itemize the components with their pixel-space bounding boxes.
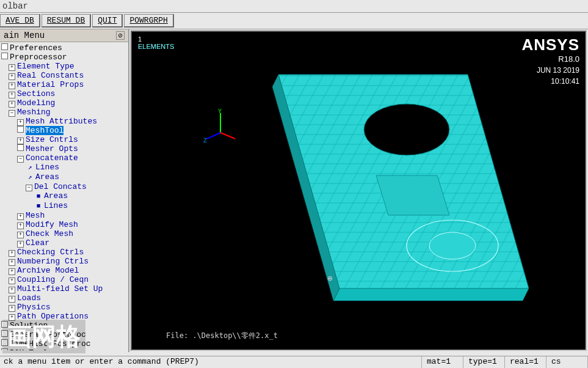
toolbar-button[interactable]: RESUM_DB: [42, 14, 91, 28]
item-icon: ↗: [26, 173, 34, 182]
svg-text:Z: Z: [203, 138, 207, 144]
tree-item[interactable]: +Size Cntrls: [0, 135, 128, 144]
expand-icon[interactable]: −: [26, 185, 32, 191]
svg-marker-5: [376, 175, 449, 215]
status-type: type=1: [463, 356, 505, 368]
expand-icon[interactable]: [1, 43, 8, 50]
expand-icon[interactable]: +: [17, 241, 24, 248]
tree-item-label: MeshTool: [26, 126, 64, 135]
tree-item-label: Lines: [35, 163, 59, 172]
expand-icon[interactable]: [17, 144, 24, 151]
expand-icon[interactable]: +: [9, 268, 15, 275]
tree-item[interactable]: +Multi-field Set Up: [0, 284, 128, 293]
tree-item[interactable]: ■Areas: [0, 191, 128, 201]
ansys-version: R18.0: [521, 54, 579, 64]
tree-item-label: Clear: [26, 238, 49, 248]
tree-item-label: Loads: [17, 293, 41, 303]
expand-icon[interactable]: +: [9, 305, 15, 312]
tree-item[interactable]: −Meshing: [0, 108, 128, 117]
expand-icon[interactable]: +: [9, 259, 15, 266]
expand-icon[interactable]: +: [17, 232, 24, 238]
tree-item-label: Modify Mesh: [26, 220, 78, 229]
tree-item[interactable]: +Archive Model: [0, 266, 128, 275]
expand-icon[interactable]: +: [9, 250, 15, 257]
tree-item[interactable]: +Clear: [0, 238, 128, 248]
tree-item-label: Checking Ctrls: [17, 248, 84, 257]
expand-icon[interactable]: [17, 126, 24, 133]
svg-point-4: [364, 104, 449, 155]
tree-item-label: Meshing: [17, 108, 51, 117]
expand-icon[interactable]: +: [17, 119, 24, 126]
tree-item[interactable]: +Numbering Ctrls: [0, 257, 128, 266]
tree-item-label: Element Type: [17, 62, 74, 71]
viewport-time: 10:10:41: [521, 77, 579, 86]
tree-item-label: Archive Model: [17, 266, 79, 275]
tree-item[interactable]: +Mesh Attributes: [0, 117, 128, 126]
mesh-render: [187, 56, 529, 319]
tree-item[interactable]: +Mesh: [0, 211, 128, 220]
svg-marker-2: [333, 289, 529, 301]
tree-item[interactable]: Preprocessor: [0, 53, 128, 62]
tree-item[interactable]: +Modify Mesh: [0, 220, 128, 229]
expand-icon[interactable]: [1, 53, 8, 59]
tree-item[interactable]: +Loads: [0, 293, 128, 303]
tree-item[interactable]: ↗Areas: [0, 172, 128, 182]
main-area: ain Menu ⊘ Preferences Preprocessor+Elem…: [0, 29, 588, 352]
svg-point-7: [429, 232, 476, 259]
tree-item-label: Check Mesh: [26, 229, 73, 238]
status-prompt: ck a menu item or enter a command (PREP7…: [0, 356, 422, 368]
tree-item[interactable]: Mesher Opts: [0, 144, 128, 153]
tree-item[interactable]: −Del Concats: [0, 182, 128, 191]
svg-text:Y: Y: [218, 108, 222, 115]
status-mat: mat=1: [422, 356, 463, 368]
tree-item[interactable]: −Concatenate: [0, 153, 128, 163]
graphics-viewport[interactable]: 1 ELEMENTS ANSYS R18.0 JUN 13 2019 10:10…: [131, 31, 587, 351]
tree-item[interactable]: +Modeling: [0, 98, 128, 108]
tree-item[interactable]: +Sections: [0, 89, 128, 98]
tree-item-label: Sections: [17, 89, 55, 98]
expand-icon[interactable]: +: [9, 287, 15, 293]
tree-item[interactable]: +Material Props: [0, 80, 128, 89]
expand-icon[interactable]: +: [9, 92, 15, 98]
caption-overlay: 画网格: [2, 320, 85, 353]
expand-icon[interactable]: −: [17, 156, 24, 163]
expand-icon[interactable]: −: [9, 110, 15, 117]
main-toolbar: AVE_DBRESUM_DBQUITPOWRGRPH: [0, 13, 588, 29]
tree-item-label: Coupling / Ceqn: [17, 275, 89, 284]
expand-icon[interactable]: +: [9, 101, 15, 108]
expand-icon[interactable]: +: [9, 296, 15, 303]
tree-item[interactable]: +Checking Ctrls: [0, 248, 128, 257]
tree-item[interactable]: +Physics: [0, 303, 128, 312]
tree-item-label: Physics: [17, 303, 51, 312]
expand-icon[interactable]: +: [9, 64, 15, 71]
expand-icon[interactable]: +: [9, 73, 15, 80]
status-bar: ck a menu item or enter a command (PREP7…: [0, 356, 588, 368]
viewport-overlay-tl: 1 ELEMENTS: [138, 35, 174, 50]
tree-item[interactable]: +Check Mesh: [0, 229, 128, 238]
expand-icon[interactable]: +: [17, 213, 24, 220]
expand-icon[interactable]: +: [17, 138, 24, 144]
item-icon: ■: [34, 202, 43, 211]
expand-icon[interactable]: +: [17, 223, 24, 229]
tree-item-label: Concatenate: [26, 153, 78, 163]
toolbar-button[interactable]: AVE_DB: [0, 14, 40, 28]
expand-icon[interactable]: +: [9, 278, 15, 284]
tree-item[interactable]: Preferences: [0, 43, 128, 53]
tree-item[interactable]: +Coupling / Ceqn: [0, 275, 128, 284]
tree-item-label: Numbering Ctrls: [17, 257, 89, 266]
svg-line-9: [207, 133, 220, 139]
expand-icon[interactable]: +: [9, 83, 15, 89]
pin-icon[interactable]: ⊘: [116, 31, 125, 40]
toolbar-button[interactable]: QUIT: [92, 14, 123, 28]
tree-item[interactable]: MeshTool: [0, 126, 128, 135]
tree-item[interactable]: +Element Type: [0, 62, 128, 71]
viewport-elements-label: ELEMENTS: [138, 43, 174, 50]
tree-item[interactable]: ■Lines: [0, 201, 128, 211]
tree-item-label: Real Constants: [17, 71, 84, 80]
tree-item[interactable]: ↗Lines: [0, 163, 128, 172]
tree-item[interactable]: +Real Constants: [0, 71, 128, 80]
viewport-number: 1: [138, 35, 142, 43]
toolbar-button[interactable]: POWRGRPH: [124, 14, 173, 28]
status-cs: cs: [546, 356, 588, 368]
ansys-brand: ANSYS: [521, 35, 579, 54]
